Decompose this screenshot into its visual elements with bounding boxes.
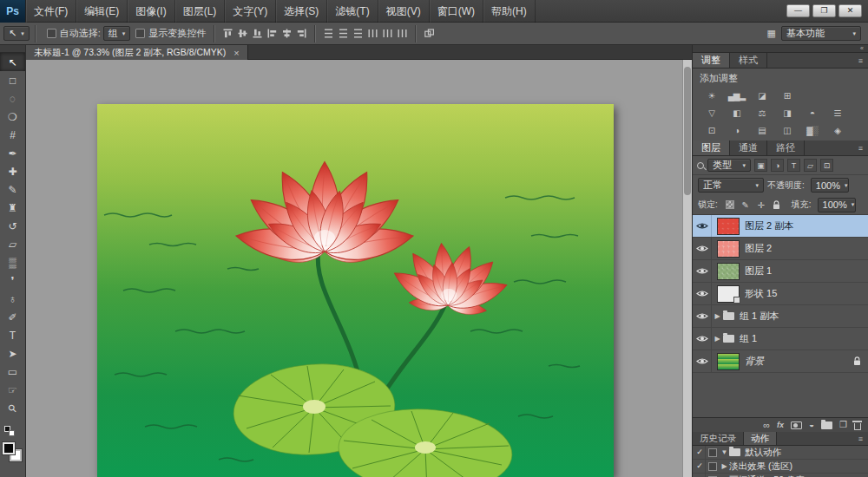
distribute-bottom-edges-icon[interactable] [351, 26, 365, 41]
black-white-icon[interactable]: ◨ [775, 105, 799, 121]
layer-row-shape15[interactable]: 形状 15 [693, 283, 868, 305]
photo-filter-icon[interactable]: ◓ [800, 105, 824, 121]
pen-tool[interactable]: ✐ [0, 308, 25, 326]
brightness-contrast-icon[interactable]: ☀ [700, 88, 723, 104]
dialog-toggle[interactable] [708, 462, 717, 471]
menu-layer[interactable]: 图层(L) [175, 0, 226, 23]
canvas-pasteboard[interactable] [26, 60, 682, 477]
align-bottom-edges-icon[interactable] [250, 26, 265, 41]
align-horizontal-centers-icon[interactable] [279, 26, 294, 41]
layer-row-layer1[interactable]: 图层 1 [693, 260, 868, 283]
distribute-left-edges-icon[interactable] [365, 26, 380, 41]
layer-name[interactable]: 图层 1 [745, 265, 772, 278]
distribute-top-edges-icon[interactable] [321, 26, 336, 41]
workspace-grid-icon[interactable]: ▦ [767, 28, 776, 39]
tab-actions[interactable]: 动作 [744, 432, 777, 445]
layer-row-layer2-copy[interactable]: 图层 2 副本 [693, 215, 868, 238]
align-top-edges-icon[interactable] [220, 26, 235, 41]
hand-tool[interactable]: ☞ [0, 381, 25, 399]
lock-all-icon[interactable] [771, 199, 783, 211]
minimize-button[interactable]: — [786, 4, 810, 17]
layer-name[interactable]: 组 1 副本 [740, 310, 779, 323]
menu-file[interactable]: 文件(F) [26, 0, 76, 23]
layer-thumbnail[interactable] [717, 263, 740, 280]
new-adjustment-layer-icon[interactable]: ◒ [809, 421, 814, 429]
healing-brush-tool[interactable]: ✚ [0, 162, 25, 180]
panel-menu-icon[interactable]: ≡ [853, 432, 868, 445]
layer-thumbnail[interactable] [717, 240, 740, 258]
new-group-icon[interactable] [821, 421, 832, 429]
crop-tool[interactable]: # [0, 126, 25, 144]
panel-menu-icon[interactable]: ≡ [853, 53, 868, 68]
expand-group-icon[interactable]: ▶ [712, 335, 723, 343]
exposure-icon[interactable]: ⊞ [775, 88, 799, 104]
action-frame-channel[interactable]: ✓ ▶ 画框通道 - 50 像素 [693, 474, 868, 477]
align-right-edges-icon[interactable] [294, 26, 309, 41]
default-colors-icon[interactable] [4, 426, 16, 437]
gradient-map-icon[interactable]: ▓░ [800, 122, 824, 139]
distribute-vertical-centers-icon[interactable] [336, 26, 351, 41]
history-brush-tool[interactable]: ↺ [0, 217, 25, 235]
layer-name[interactable]: 背景 [745, 355, 764, 368]
layer-style-icon[interactable]: fx [777, 421, 784, 429]
visibility-toggle[interactable] [693, 283, 712, 304]
filter-shape-layers-icon[interactable]: ▱ [804, 159, 817, 172]
layer-thumbnail[interactable] [717, 285, 740, 303]
blur-tool[interactable]: ❜ [0, 271, 25, 290]
menu-help[interactable]: 帮助(H) [483, 0, 536, 23]
document-tab[interactable]: 未标题-1 @ 73.3% (图层 2 副本, RGB/8/CMYK) × [26, 45, 248, 60]
align-vertical-centers-icon[interactable] [235, 26, 250, 41]
filter-adjustment-layers-icon[interactable]: ◑ [771, 159, 784, 172]
distribute-right-edges-icon[interactable] [395, 26, 410, 41]
distribute-horizontal-centers-icon[interactable] [380, 26, 395, 41]
tab-layers[interactable]: 图层 [693, 140, 730, 155]
tool-panel-grip[interactable] [0, 45, 25, 53]
vertical-scrollbar[interactable] [682, 60, 692, 477]
tab-paths[interactable]: 路径 [767, 140, 805, 155]
eyedropper-tool[interactable]: ✒ [0, 144, 25, 162]
visibility-toggle[interactable] [693, 238, 712, 259]
layer-name[interactable]: 组 1 [740, 332, 757, 345]
selective-color-icon[interactable]: ◈ [825, 122, 849, 139]
tab-history[interactable]: 历史记录 [693, 432, 744, 445]
tab-styles[interactable]: 样式 [730, 53, 767, 68]
clone-stamp-tool[interactable]: ♜ [0, 199, 25, 217]
channel-mixer-icon[interactable]: ☰ [825, 105, 849, 121]
opacity-dropdown[interactable]: 100% ▾ [811, 178, 849, 193]
link-layers-icon[interactable]: ∞ [763, 421, 770, 429]
collapse-panels-icon[interactable]: « [860, 45, 864, 51]
hue-saturation-icon[interactable]: ◧ [725, 105, 748, 121]
shape-tool[interactable]: ▭ [0, 363, 25, 381]
visibility-toggle[interactable] [693, 328, 712, 350]
expand-set-icon[interactable]: ▼ [720, 448, 729, 456]
brush-tool[interactable]: ✎ [0, 180, 25, 199]
filter-smart-objects-icon[interactable]: ⊡ [820, 159, 833, 172]
action-set-default[interactable]: ✓ ▼ 默认动作 [693, 446, 868, 460]
filter-type-layers-icon[interactable]: T [787, 159, 800, 172]
foreground-color-swatch[interactable] [3, 442, 15, 454]
action-enabled-check[interactable]: ✓ [694, 474, 706, 477]
move-tool[interactable]: ↖ [0, 53, 25, 71]
action-set-name[interactable]: 默认动作 [745, 447, 781, 459]
vibrance-icon[interactable]: ▽ [700, 105, 723, 121]
align-left-edges-icon[interactable] [265, 26, 279, 41]
visibility-toggle[interactable] [693, 305, 712, 327]
type-tool[interactable]: T [0, 326, 25, 344]
lock-image-pixels-icon[interactable]: ✎ [740, 199, 752, 211]
show-transform-checkbox[interactable] [135, 29, 145, 38]
tab-channels[interactable]: 通道 [730, 140, 767, 155]
layer-row-layer2[interactable]: 图层 2 [693, 238, 868, 260]
auto-select-checkbox[interactable] [47, 29, 56, 38]
action-enabled-check[interactable]: ✓ [694, 446, 706, 459]
expand-action-icon[interactable]: ▶ [720, 462, 729, 470]
lock-transparent-pixels-icon[interactable] [724, 199, 736, 211]
close-tab-icon[interactable]: × [233, 48, 239, 58]
layer-thumbnail[interactable] [717, 353, 740, 370]
fill-dropdown[interactable]: 100% ▾ [818, 198, 856, 212]
color-lookup-icon[interactable]: ⊡ [700, 122, 723, 139]
action-name[interactable]: 画框通道 - 50 像素 [729, 474, 805, 477]
posterize-icon[interactable]: ▤ [750, 122, 773, 139]
action-enabled-check[interactable]: ✓ [694, 460, 706, 473]
menu-image[interactable]: 图像(I) [128, 0, 174, 23]
delete-layer-icon[interactable] [854, 421, 861, 430]
